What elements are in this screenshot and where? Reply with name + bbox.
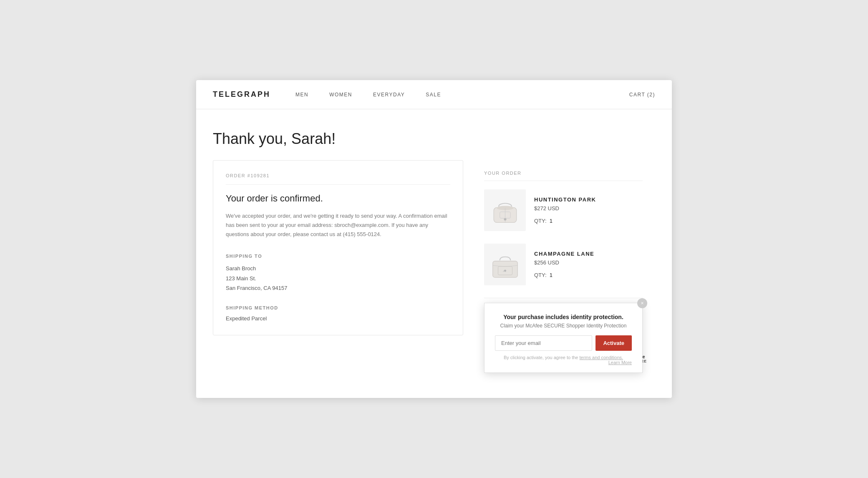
shipping-line1: 123 Main St. bbox=[226, 274, 450, 283]
item-1-image bbox=[484, 189, 526, 231]
popup-form: Activate bbox=[495, 335, 632, 351]
order-details-panel: ORDER #109281 Your order is confirmed. W… bbox=[213, 160, 463, 335]
popup-footer-text: By clicking activate, you agree to the bbox=[504, 355, 578, 360]
item-2-image bbox=[484, 244, 526, 285]
confirmed-title: Your order is confirmed. bbox=[226, 193, 450, 204]
nav-cart[interactable]: CART (2) bbox=[629, 92, 655, 98]
svg-point-8 bbox=[504, 269, 506, 272]
shipping-address: Sarah Broch 123 Main St. San Francisco, … bbox=[226, 264, 450, 293]
nav-men[interactable]: MEN bbox=[295, 92, 308, 98]
shipping-name: Sarah Broch bbox=[226, 264, 450, 273]
item-1-name: HUNTINGTON PARK bbox=[534, 196, 643, 203]
item-1-details: HUNTINGTON PARK $272 USD QTY: 1 bbox=[534, 196, 643, 224]
confirmed-text: We've accepted your order, and we're get… bbox=[226, 211, 450, 239]
order-item-1: HUNTINGTON PARK $272 USD QTY: 1 bbox=[484, 189, 643, 231]
item-2-price: $256 USD bbox=[534, 259, 643, 266]
navigation: TELEGRAPH MEN WOMEN EVERYDAY SALE CART (… bbox=[196, 80, 672, 109]
item-2-details: CHAMPAGNE LANE $256 USD QTY: 1 bbox=[534, 251, 643, 278]
order-number: ORDER #109281 bbox=[226, 173, 450, 185]
page-title: Thank you, Sarah! bbox=[213, 130, 655, 148]
shipping-to-label: SHIPPING TO bbox=[226, 254, 450, 259]
nav-everyday[interactable]: EVERYDAY bbox=[373, 92, 405, 98]
content-grid: ORDER #109281 Your order is confirmed. W… bbox=[213, 160, 655, 373]
popup-footer: By clicking activate, you agree to the t… bbox=[495, 355, 632, 360]
shipping-city: San Francisco, CA 94157 bbox=[226, 283, 450, 293]
popup-activate-button[interactable]: Activate bbox=[595, 335, 632, 351]
main-content: Thank you, Sarah! ORDER #109281 Your ord… bbox=[196, 109, 672, 398]
popup-close-button[interactable]: × bbox=[637, 298, 647, 308]
popup-subtitle: Claim your McAfee SECURE Shopper Identit… bbox=[495, 323, 632, 329]
item-1-qty: QTY: 1 bbox=[534, 218, 643, 224]
popup-email-input[interactable] bbox=[495, 335, 592, 351]
item-1-price: $272 USD bbox=[534, 205, 643, 211]
svg-point-4 bbox=[504, 218, 506, 220]
identity-protection-popup: × Your purchase includes identity protec… bbox=[484, 303, 643, 373]
order-item-2: CHAMPAGNE LANE $256 USD QTY: 1 bbox=[484, 244, 643, 285]
popup-terms-link[interactable]: terms and conditions. bbox=[580, 355, 623, 360]
nav-links: MEN WOMEN EVERYDAY SALE bbox=[295, 92, 629, 98]
shipping-method-label: SHIPPING METHOD bbox=[226, 305, 450, 310]
shipping-method-value: Expedited Parcel bbox=[226, 315, 450, 322]
nav-sale[interactable]: SALE bbox=[426, 92, 441, 98]
your-order-label: YOUR ORDER bbox=[484, 171, 643, 181]
item-2-name: CHAMPAGNE LANE bbox=[534, 251, 643, 257]
site-logo[interactable]: TELEGRAPH bbox=[213, 90, 270, 99]
popup-learn-more-link[interactable]: Learn More bbox=[608, 360, 632, 365]
nav-women[interactable]: WOMEN bbox=[329, 92, 352, 98]
item-2-qty: QTY: 1 bbox=[534, 272, 643, 278]
popup-title: Your purchase includes identity protecti… bbox=[495, 314, 632, 320]
order-summary-panel: YOUR ORDER HUNTINGTO bbox=[472, 160, 655, 373]
